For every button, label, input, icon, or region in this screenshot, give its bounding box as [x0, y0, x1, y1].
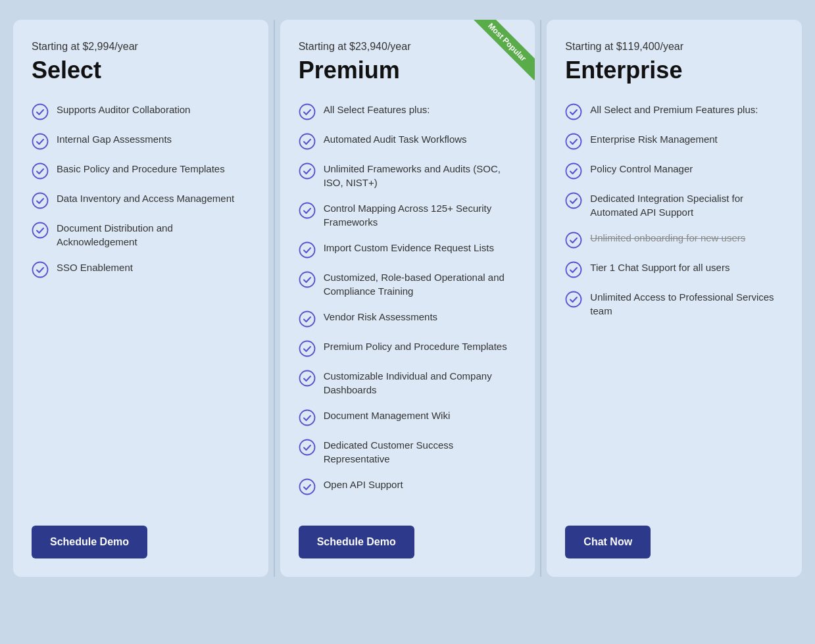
feature-text: Automated Audit Task Workflows	[324, 132, 467, 146]
card-divider	[274, 20, 275, 577]
svg-point-12	[299, 312, 314, 327]
check-icon	[565, 291, 582, 308]
feature-text: Document Distribution and Acknowledgemen…	[57, 221, 250, 249]
svg-point-4	[33, 223, 48, 238]
check-icon	[32, 162, 49, 180]
check-icon	[32, 261, 49, 278]
svg-point-24	[566, 292, 581, 307]
svg-point-13	[299, 341, 314, 357]
svg-point-0	[33, 105, 48, 120]
feature-item: Premium Policy and Procedure Templates	[299, 339, 517, 357]
feature-text: SSO Enablement	[57, 260, 133, 274]
feature-text: Vendor Risk Assessments	[324, 310, 437, 324]
check-icon	[32, 192, 49, 209]
check-icon	[299, 202, 316, 219]
check-icon	[299, 133, 316, 150]
plan-name: Premium	[299, 57, 517, 84]
feature-text: Open API Support	[324, 478, 403, 491]
feature-item: Automated Audit Task Workflows	[299, 132, 517, 150]
feature-item: Customized, Role-based Operational and C…	[299, 270, 517, 298]
plan-card-select: Starting at $2,994/year Select Supports …	[13, 20, 268, 577]
feature-item: Dedicated Integration Specialist for Aut…	[565, 191, 783, 219]
feature-text: Import Custom Evidence Request Lists	[324, 241, 494, 255]
svg-point-16	[299, 440, 314, 455]
feature-item: Supports Auditor Collaboration	[32, 103, 250, 120]
svg-point-7	[299, 134, 314, 149]
check-icon	[299, 478, 316, 495]
feature-text: All Select and Premium Features plus:	[590, 103, 758, 116]
svg-point-5	[33, 262, 48, 278]
check-icon	[565, 261, 582, 278]
svg-point-6	[299, 105, 314, 120]
check-icon	[565, 192, 582, 209]
feature-text: All Select Features plus:	[324, 103, 430, 116]
feature-item: Customizable Individual and Company Dash…	[299, 369, 517, 397]
feature-text: Supports Auditor Collaboration	[57, 103, 190, 116]
svg-point-17	[299, 480, 314, 495]
feature-item: Open API Support	[299, 478, 517, 495]
check-icon	[299, 271, 316, 288]
feature-item: Unlimited onboarding for new users	[565, 231, 783, 249]
feature-item: All Select Features plus:	[299, 103, 517, 120]
check-icon	[299, 241, 316, 259]
feature-text: Policy Control Manager	[590, 162, 693, 176]
cta-button-enterprise[interactable]: Chat Now	[565, 526, 651, 558]
plan-price: Starting at $23,940/year	[299, 41, 517, 53]
feature-item: Internal Gap Assessments	[32, 132, 250, 150]
svg-point-23	[566, 262, 581, 278]
feature-item: Unlimited Frameworks and Audits (SOC, IS…	[299, 162, 517, 189]
svg-point-22	[566, 233, 581, 248]
svg-point-18	[566, 105, 581, 120]
svg-point-8	[299, 164, 314, 179]
svg-point-11	[299, 272, 314, 287]
feature-text: Enterprise Risk Management	[590, 132, 717, 146]
svg-point-21	[566, 193, 581, 209]
feature-text: Document Management Wiki	[324, 409, 451, 422]
svg-point-1	[33, 134, 48, 149]
check-icon	[299, 162, 316, 180]
svg-point-15	[299, 410, 314, 426]
check-icon	[299, 310, 316, 328]
feature-item: Data Inventory and Access Management	[32, 191, 250, 209]
feature-text: Basic Policy and Procedure Templates	[57, 162, 225, 176]
plan-name: Enterprise	[565, 57, 783, 84]
cta-button-premium[interactable]: Schedule Demo	[299, 526, 414, 558]
check-icon	[32, 133, 49, 150]
plan-price: Starting at $2,994/year	[32, 41, 250, 53]
feature-text: Dedicated Integration Specialist for Aut…	[590, 191, 783, 219]
feature-text: Unlimited Access to Professional Service…	[590, 290, 783, 318]
features-list: All Select Features plus: Automated Audi…	[299, 103, 517, 507]
cta-button-select[interactable]: Schedule Demo	[32, 526, 147, 558]
feature-item: SSO Enablement	[32, 260, 250, 278]
check-icon	[32, 103, 49, 120]
feature-text: Tier 1 Chat Support for all users	[590, 260, 729, 274]
feature-item: Unlimited Access to Professional Service…	[565, 290, 783, 318]
feature-text: Customizable Individual and Company Dash…	[324, 369, 517, 397]
feature-item: Import Custom Evidence Request Lists	[299, 241, 517, 259]
card-divider	[540, 20, 541, 577]
svg-point-14	[299, 371, 314, 386]
plan-card-enterprise: Starting at $119,400/year Enterprise All…	[547, 20, 802, 577]
check-icon	[32, 222, 49, 239]
plan-card-premium: Most Popular Starting at $23,940/year Pr…	[280, 20, 535, 577]
feature-text: Data Inventory and Access Management	[57, 191, 234, 205]
feature-item: Dedicated Customer Success Representativ…	[299, 438, 517, 466]
check-icon	[299, 439, 316, 456]
check-icon	[299, 409, 316, 426]
features-list: All Select and Premium Features plus: En…	[565, 103, 783, 507]
svg-point-19	[566, 134, 581, 149]
feature-item: Basic Policy and Procedure Templates	[32, 162, 250, 180]
pricing-container: Starting at $2,994/year Select Supports …	[13, 13, 802, 583]
feature-item: Tier 1 Chat Support for all users	[565, 260, 783, 278]
feature-item: Document Distribution and Acknowledgemen…	[32, 221, 250, 249]
check-icon	[565, 232, 582, 249]
plan-price: Starting at $119,400/year	[565, 41, 783, 53]
feature-text: Unlimited onboarding for new users	[590, 231, 745, 245]
feature-text: Dedicated Customer Success Representativ…	[324, 438, 517, 466]
feature-item: Enterprise Risk Management	[565, 132, 783, 150]
check-icon	[299, 340, 316, 357]
check-icon	[565, 162, 582, 180]
feature-item: Document Management Wiki	[299, 409, 517, 426]
feature-text: Premium Policy and Procedure Templates	[324, 339, 507, 353]
svg-point-20	[566, 164, 581, 179]
